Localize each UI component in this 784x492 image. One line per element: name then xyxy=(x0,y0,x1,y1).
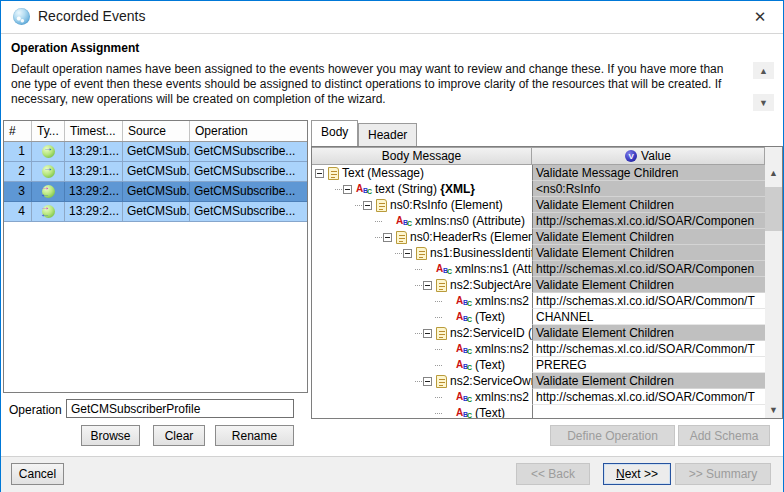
tree-value-cell[interactable]: http://schemas.xl.co.id/SOAR/Common/T xyxy=(532,389,765,405)
tree-row[interactable]: ABCxmlns:ns0 (Attribute)http://schemas.x… xyxy=(312,213,765,229)
tree-row[interactable]: ABC(Text)PREREG xyxy=(312,357,765,373)
scrollbar-thumb[interactable] xyxy=(765,187,782,231)
tree-node-label: text (String) {XML} xyxy=(375,182,475,196)
tree-row[interactable]: ns2:ServiceOwnValidate Element Children xyxy=(312,373,765,389)
tree-connector xyxy=(335,189,342,190)
tree-row[interactable]: ns2:ServiceID (EValidate Element Childre… xyxy=(312,325,765,341)
column-header-timestamp[interactable]: Timest... xyxy=(65,121,123,141)
tree-node-cell: ABCxmlns:ns2 (A xyxy=(312,341,532,357)
tree-value-cell[interactable]: PREREG xyxy=(532,357,765,373)
request-response-event-icon: →← xyxy=(40,184,56,199)
value-header-label: Value xyxy=(641,149,671,163)
row-number-cell: 1 xyxy=(4,142,32,161)
next-button[interactable]: Next >> xyxy=(603,463,671,485)
cancel-button[interactable]: Cancel xyxy=(11,463,64,485)
tree-row[interactable]: ABC(Text)CHANNEL xyxy=(312,309,765,325)
tree-row[interactable]: ABCxmlns:ns2 (Ahttp://schemas.xl.co.id/S… xyxy=(312,341,765,357)
row-number-cell: 2 xyxy=(4,162,32,181)
description-scrollbar[interactable]: ▲ ▼ xyxy=(753,62,774,111)
browse-button[interactable]: Browse xyxy=(81,425,140,446)
scroll-down-icon[interactable]: ▼ xyxy=(753,94,774,111)
column-header-type[interactable]: Ty... xyxy=(32,121,65,141)
tab-header[interactable]: Header xyxy=(358,123,417,146)
collapse-icon[interactable] xyxy=(315,169,324,178)
table-row[interactable]: 2→13:29:1...GetCMSub...GetCMSubscribe... xyxy=(4,162,307,182)
operation-input[interactable] xyxy=(66,399,294,418)
collapse-icon[interactable] xyxy=(423,377,432,386)
back-button[interactable]: << Back xyxy=(516,463,590,485)
close-icon[interactable]: ✕ xyxy=(749,6,771,28)
tree-node-text: (Text) xyxy=(475,310,505,324)
tree-row[interactable]: ns0:RsInfo (Element)Validate Element Chi… xyxy=(312,197,765,213)
collapse-icon[interactable] xyxy=(423,281,432,290)
text-type-icon: ABC xyxy=(456,391,472,404)
tree-node-cell: ns0:RsInfo (Element) xyxy=(312,197,532,213)
timestamp-cell: 13:29:1... xyxy=(65,162,123,181)
table-row[interactable]: 1→13:29:1...GetCMSub...GetCMSubscribe... xyxy=(4,142,307,162)
timestamp-cell: 13:29:2... xyxy=(65,182,123,201)
collapse-icon[interactable] xyxy=(363,201,372,210)
tree-connector xyxy=(435,349,442,350)
tree-node-text: xmlns:ns2 (A xyxy=(475,294,532,308)
tree-value-cell[interactable]: Validate Element Children xyxy=(532,229,765,245)
add-schema-button[interactable]: Add Schema xyxy=(678,425,770,446)
tab-body[interactable]: Body xyxy=(311,120,358,146)
tree-value-cell[interactable]: http://schemas.xl.co.id/SOAR/Common/T xyxy=(532,293,765,309)
tree-value-cell[interactable] xyxy=(532,405,765,418)
type-cell: → xyxy=(32,162,65,181)
tree-value-cell[interactable]: CHANNEL xyxy=(532,309,765,325)
tree-row[interactable]: ns1:BusinessIdentifiValidate Element Chi… xyxy=(312,245,765,261)
tree-row[interactable]: ABCtext (String) {XML}<ns0:RsInfo xyxy=(312,181,765,197)
tree-value-cell[interactable]: http://schemas.xl.co.id/SOAR/Componen xyxy=(532,213,765,229)
tree-node-cell: ABCxmlns:ns0 (Attribute) xyxy=(312,213,532,229)
summary-button[interactable]: >> Summary xyxy=(675,463,771,485)
column-header-source[interactable]: Source xyxy=(123,121,190,141)
tree-value-cell[interactable]: Validate Element Children xyxy=(532,245,765,261)
rename-button[interactable]: Rename xyxy=(215,425,294,446)
collapse-icon[interactable] xyxy=(403,249,412,258)
tree-node-label: ns0:HeaderRs (Elemen xyxy=(410,230,532,244)
tree-value-cell[interactable]: Validate Element Children xyxy=(532,373,765,389)
table-row[interactable]: 3→←13:29:2...GetCMSub...GetCMSubscribe..… xyxy=(4,182,307,202)
table-row[interactable]: 4→←13:29:2...GetCMSub...GetCMSubscribe..… xyxy=(4,202,307,222)
column-header-value[interactable]: V Value xyxy=(532,147,765,165)
collapse-icon[interactable] xyxy=(423,329,432,338)
tree-node-text: ns1:BusinessIdentifi xyxy=(430,246,532,260)
tree-value-cell[interactable]: http://schemas.xl.co.id/SOAR/Componen xyxy=(532,261,765,277)
tree-row[interactable]: Text (Message)Validate Message Children xyxy=(312,165,765,181)
tree-value-cell[interactable]: http://schemas.xl.co.id/SOAR/Common/T xyxy=(532,341,765,357)
column-header-number[interactable]: # xyxy=(4,121,32,141)
tree-value-cell[interactable]: Validate Element Children xyxy=(532,277,765,293)
column-header-operation[interactable]: Operation xyxy=(190,121,307,141)
tree-connector xyxy=(415,333,422,334)
collapse-icon[interactable] xyxy=(343,185,352,194)
tree-row[interactable]: ABCxmlns:ns2 (Ahttp://schemas.xl.co.id/S… xyxy=(312,293,765,309)
tree-scrollbar[interactable]: ▲ ▼ xyxy=(765,165,782,418)
tree-value-cell[interactable]: <ns0:RsInfo xyxy=(532,181,765,197)
tree-node-text: ns2:SubjectArea xyxy=(450,278,532,292)
tree-node-cell: ABC(Text) xyxy=(312,405,532,418)
tree-node-label: (Text) xyxy=(475,310,505,324)
tree-value-cell[interactable]: Validate Element Children xyxy=(532,325,765,341)
tree-node-cell: ns2:ServiceID (E xyxy=(312,325,532,341)
tree-value-cell[interactable]: Validate Message Children xyxy=(532,165,765,181)
collapse-icon[interactable] xyxy=(383,233,392,242)
column-header-body-message[interactable]: Body Message xyxy=(312,147,532,165)
recorded-events-table: # Ty... Timest... Source Operation 1→13:… xyxy=(3,120,308,393)
clear-button[interactable]: Clear xyxy=(153,425,205,446)
tree-value-cell[interactable]: Validate Element Children xyxy=(532,197,765,213)
tree-row[interactable]: ns2:SubjectAreaValidate Element Children xyxy=(312,277,765,293)
scroll-up-icon[interactable]: ▲ xyxy=(753,62,774,79)
text-type-icon: ABC xyxy=(356,183,372,196)
tree-row[interactable]: ABC(Text) xyxy=(312,405,765,418)
define-operation-button[interactable]: Define Operation xyxy=(550,425,675,446)
tree-row[interactable]: ABCxmlns:ns2 (Ahttp://schemas.xl.co.id/S… xyxy=(312,389,765,405)
scroll-down-icon[interactable]: ▼ xyxy=(765,402,782,418)
tree-row[interactable]: ABCxmlns:ns1 (Attribhttp://schemas.xl.co… xyxy=(312,261,765,277)
operation-cell: GetCMSubscribe... xyxy=(190,202,307,221)
tree-connector xyxy=(375,221,382,222)
tree-row[interactable]: ns0:HeaderRs (ElemenValidate Element Chi… xyxy=(312,229,765,245)
scroll-up-icon[interactable]: ▲ xyxy=(765,165,782,181)
tree-node-cell: ABCtext (String) {XML} xyxy=(312,181,532,197)
tree-node-label: xmlns:ns0 (Attribute) xyxy=(415,214,525,228)
